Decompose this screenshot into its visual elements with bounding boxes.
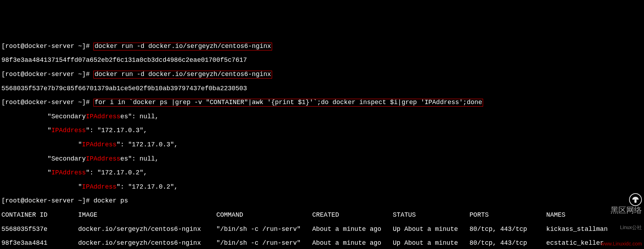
terminal[interactable]: [root@docker-server ~]# docker run -d do… [0,35,644,249]
ps-row: 5568035f537e docker.io/sergeyzh/centos6-… [1,226,643,233]
watermark: 黑区网络 Linux公社 www.Linuxidc.com [597,185,642,247]
match-ipaddr: IPAddress [51,127,86,134]
ip-line: "IPAddress": "172.17.0.3", [1,141,643,148]
watermark-url: www.Linuxidc.com [601,241,642,247]
prompt: [root@docker-server ~]# [1,43,93,50]
ip-line: "IPAddress": "172.17.0.3", [1,127,643,134]
cmd2-box: docker run -d docker.io/sergeyzh/centos6… [93,71,272,79]
match-ipaddr: IPAddress [51,169,86,176]
match-ipaddr: IPAddress [86,155,120,162]
ip-line: "IPAddress": "172.17.0.2", [1,169,643,177]
cmd1-box: docker run -d docker.io/sergeyzh/centos6… [93,43,272,50]
ip-line: "SecondaryIPAddresses": null, [1,113,643,120]
svg-rect-1 [634,200,637,203]
watermark-sub: Linux公社 [620,224,642,230]
line-cmd4: [root@docker-server ~]# docker ps [1,197,643,205]
match-ipaddr: IPAddress [82,183,117,190]
out-hash1: 98f3e3aa484137154ffd07a652eb2f6c131a0cb3… [1,57,643,64]
prompt: [root@docker-server ~]# [1,99,93,106]
cmd3-box: for i in `docker ps |grep -v "CONTAINER"… [93,99,483,107]
match-ipaddr: IPAddress [82,141,117,148]
ip-line: "IPAddress": "172.17.0.2", [1,184,643,191]
match-ipaddr: IPAddress [86,113,120,120]
prompt: [root@docker-server ~]# [1,197,93,204]
out-hash2: 5568035f537e7b79c85f66701379ab1ce5e02f9b… [1,85,643,92]
mushroom-icon [629,193,642,206]
line-cmd3: [root@docker-server ~]# for i in `docker… [1,99,643,106]
watermark-title: 黑区网络 [611,206,642,215]
line-cmd2: [root@docker-server ~]# docker run -d do… [1,71,643,78]
prompt: [root@docker-server ~]# [1,71,93,78]
cmd4: docker ps [93,197,128,204]
ps-header: CONTAINER ID IMAGE COMMAND CREATED STATU… [1,212,643,219]
ip-line: "SecondaryIPAddresses": null, [1,156,643,163]
line-cmd1: [root@docker-server ~]# docker run -d do… [1,43,643,50]
ps-row: 98f3e3aa4841 docker.io/sergeyzh/centos6-… [1,240,643,247]
